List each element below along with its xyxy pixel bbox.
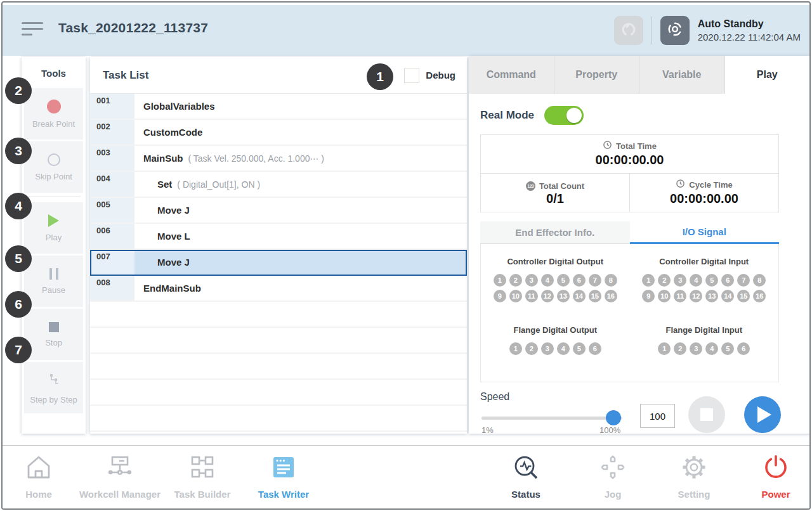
io-group-title: Flange Digital Output — [481, 325, 630, 335]
io-pin: 6 — [573, 274, 586, 287]
io-pin: 7 — [589, 274, 601, 287]
setting-gear-icon — [679, 474, 709, 484]
speed-slider-thumb[interactable] — [606, 410, 621, 425]
cycle-time-label: Cycle Time — [689, 180, 732, 190]
tab-variable[interactable]: Variable — [639, 56, 725, 94]
tab-io-signal[interactable]: I/O Signal — [630, 221, 780, 244]
row-number: 006 — [90, 224, 134, 249]
nav-jog[interactable]: Jog — [575, 452, 651, 500]
io-group-title: Controller Digital Output — [481, 257, 630, 266]
empty-row — [90, 328, 467, 354]
skip-point-button[interactable]: Skip Point — [24, 141, 83, 193]
task-list-panel: Task List Debug 001 GlobalVariables 002 … — [90, 57, 467, 434]
stop-tool-button[interactable]: Stop — [24, 309, 83, 360]
tab-end-effector-info[interactable]: End Effector Info. — [480, 221, 630, 244]
nav-home[interactable]: Home — [1, 452, 77, 500]
tab-property[interactable]: Property — [554, 56, 640, 94]
play-run-button[interactable] — [744, 396, 781, 433]
io-pin: 10 — [658, 290, 671, 302]
nav-power[interactable]: Power — [738, 452, 811, 500]
io-pin: 3 — [541, 342, 554, 355]
robot-mode-datetime: 2020.12.22 11:42:04 AM — [698, 32, 801, 42]
io-pin: 5 — [721, 342, 734, 355]
menu-icon[interactable] — [22, 22, 44, 39]
io-pin: 1 — [642, 274, 655, 287]
io-pin: 1 — [509, 342, 522, 355]
tab-play[interactable]: Play — [725, 56, 810, 94]
page-title: Task_20201222_113737 — [58, 20, 208, 36]
speed-value-input[interactable] — [640, 404, 675, 428]
task-row-004[interactable]: 004 Set ( Digital_Out[1], ON ) — [90, 172, 467, 198]
robot-status: Auto Standby 2020.12.22 11:42:04 AM — [698, 18, 801, 42]
io-pin: 11 — [525, 290, 538, 302]
robot-servo-button[interactable] — [614, 16, 643, 45]
stop-run-button[interactable] — [688, 396, 725, 433]
debug-checkbox[interactable] — [404, 68, 419, 83]
io-pin: 11 — [674, 290, 686, 302]
flange-digital-output: Flange Digital Output 123456 — [481, 325, 630, 355]
robot-arc-icon — [619, 20, 638, 41]
flange-digital-input: Flange Digital Input 123456 — [630, 325, 779, 355]
pause-tool-button[interactable]: Pause — [24, 256, 83, 307]
task-row-006[interactable]: 006 Move L — [90, 224, 467, 250]
row-name: EndMainSub — [143, 283, 201, 294]
cycle-time-value: 00:00:00.00 — [630, 191, 778, 206]
tab-command[interactable]: Command — [469, 56, 554, 94]
real-mode-label: Real Mode — [480, 109, 534, 122]
workcell-manager-icon — [105, 474, 135, 484]
break-point-button[interactable]: Break Point — [24, 88, 83, 139]
stop-square-icon — [700, 408, 713, 421]
task-list-title: Task List — [103, 69, 148, 82]
play-tool-button[interactable]: Play — [24, 202, 83, 254]
step-by-step-button[interactable]: Step by Step — [24, 362, 83, 413]
io-pin: 12 — [541, 290, 554, 302]
row-params: ( Task Vel. 250.000, Acc. 1.000⋯ ) — [188, 153, 325, 164]
bottom-nav: Home Workcell Manager Task Builder — [3, 445, 809, 508]
io-pin: 8 — [605, 274, 617, 287]
io-pin: 5 — [557, 274, 570, 287]
total-count-cell: 123 Total Count 0/1 — [481, 174, 629, 212]
io-pin: 6 — [589, 342, 601, 355]
io-pin: 9 — [494, 290, 506, 302]
nav-label: Task Writer — [246, 489, 322, 500]
auto-mode-button[interactable] — [660, 16, 690, 45]
top-bar: Task_20201222_113737 — [3, 5, 809, 56]
debug-control: Debug — [404, 68, 455, 83]
io-pin: 5 — [705, 274, 718, 287]
auto-mode-swirl-icon — [665, 20, 684, 41]
io-pin: 3 — [690, 342, 702, 355]
row-number: 001 — [90, 94, 134, 119]
real-mode-toggle[interactable] — [544, 106, 584, 125]
io-pin: 13 — [557, 290, 570, 302]
task-row-002[interactable]: 002 CustomCode — [90, 120, 467, 146]
nav-task-writer[interactable]: Task Writer — [246, 452, 322, 500]
pause-label: Pause — [42, 285, 65, 295]
jog-icon — [598, 474, 628, 484]
controller-output-pins: 12345678910111213141516 — [490, 274, 620, 302]
task-row-007-selected[interactable]: 007 Move J — [90, 250, 467, 276]
nav-workcell-manager[interactable]: Workcell Manager — [69, 452, 171, 500]
step-by-step-icon — [46, 372, 62, 389]
row-name: Set — [157, 179, 172, 190]
io-pin: 1 — [494, 274, 506, 287]
total-time-value: 00:00:00.00 — [481, 153, 778, 167]
io-pin: 2 — [658, 274, 671, 287]
nav-task-builder[interactable]: Task Builder — [164, 452, 240, 500]
speed-slider-track[interactable] — [481, 417, 622, 420]
task-row-008[interactable]: 008 EndMainSub — [90, 276, 467, 302]
task-row-001[interactable]: 001 GlobalVariables — [90, 94, 467, 120]
status-icon — [511, 474, 541, 484]
task-row-005[interactable]: 005 Move J — [90, 198, 467, 224]
play-triangle-icon — [757, 406, 771, 423]
flange-input-pins: 123456 — [639, 342, 769, 355]
nav-status[interactable]: Status — [488, 452, 564, 500]
nav-setting[interactable]: Setting — [656, 452, 732, 500]
speed-min-label: 1% — [481, 425, 494, 435]
io-pin: 10 — [509, 290, 522, 302]
total-time-cell: Total Time 00:00:00.00 — [481, 135, 778, 173]
io-pin: 4 — [557, 342, 570, 355]
io-signal-box: Controller Digital Output 12345678910111… — [480, 244, 779, 382]
robot-mode-name: Auto Standby — [698, 18, 801, 30]
right-panel: Command Property Variable Play Real Mode… — [469, 56, 809, 434]
task-row-003[interactable]: 003 MainSub ( Task Vel. 250.000, Acc. 1.… — [90, 146, 467, 172]
